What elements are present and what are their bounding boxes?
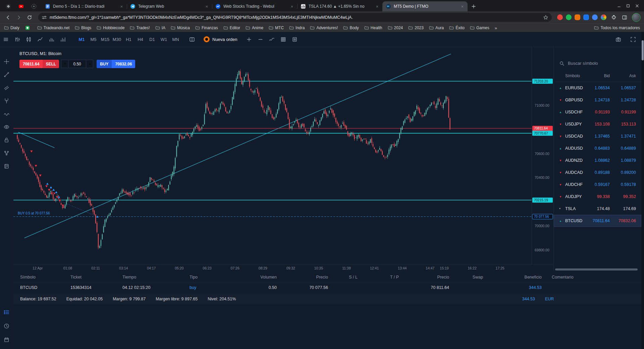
market-watch-row-BTCUSD[interactable]: ▲ BTCUSD 70811.64 70832.06 <box>554 215 641 227</box>
tick-volume-button[interactable] <box>57 34 68 44</box>
history-icon[interactable] <box>2 321 11 331</box>
timeframe-M5[interactable]: M5 <box>88 35 99 44</box>
zoom-in-button[interactable] <box>243 34 255 44</box>
colors-ext-icon[interactable] <box>601 14 606 20</box>
bookmark-item[interactable]: Editor <box>223 26 240 30</box>
window-layout-button[interactable] <box>186 34 198 44</box>
reload-icon[interactable] <box>25 13 34 22</box>
menu-button[interactable] <box>0 34 11 44</box>
timeframe-M30[interactable]: M30 <box>111 35 123 44</box>
sell-price[interactable]: 70811.64 <box>19 60 43 68</box>
tab-close-icon[interactable] <box>374 4 380 9</box>
pinned-tab[interactable] <box>3 2 14 11</box>
market-watch-row-AUDUSD[interactable]: ▲ AUDUSD 0.64883 0.64889 <box>554 142 641 154</box>
timeframe-D1[interactable]: D1 <box>146 35 158 44</box>
grid-button[interactable] <box>277 34 289 44</box>
green-ext-icon[interactable] <box>566 14 572 20</box>
position-row[interactable]: BTCUSD15363431404.12 02:15:20buy0.5070 0… <box>13 283 641 293</box>
price-chart[interactable]: BUY 0.5 at 70 077.5671000.0070600.007040… <box>13 47 553 272</box>
eye-icon[interactable] <box>2 122 11 132</box>
bookmark-item[interactable]: Éxito <box>449 26 465 30</box>
tab-close-icon[interactable] <box>204 4 209 9</box>
screenshot-button[interactable] <box>612 34 624 44</box>
timeframe-W1[interactable]: W1 <box>158 35 170 44</box>
market-watch-row-AUDNZD[interactable]: ▼ AUDNZD 1.08862 1.08879 <box>554 154 641 166</box>
browser-tab[interactable]: Web Stocks Trading - Webul <box>212 1 297 11</box>
depth-button[interactable] <box>289 34 300 44</box>
channel-icon[interactable] <box>2 83 11 92</box>
new-tab-button[interactable] <box>469 2 478 11</box>
indicators-button[interactable] <box>266 34 277 44</box>
tab-close-icon[interactable] <box>119 4 124 9</box>
crosshair-icon[interactable] <box>2 57 11 66</box>
market-watch-row-USDCHF[interactable]: ▲ USDCHF 0.91193 0.91199 <box>554 106 641 118</box>
trendline-icon[interactable] <box>2 70 11 79</box>
maximize-icon[interactable] <box>626 4 630 8</box>
horizontal-scrollbar[interactable] <box>555 268 638 270</box>
market-watch-row-AUDCAD[interactable]: ▼ AUDCAD 0.89188 0.89200 <box>554 166 641 179</box>
elliott-waves-icon[interactable] <box>2 109 11 118</box>
market-watch-row-GBPUSD[interactable]: ▼ GBPUSD 1.24718 1.24728 <box>554 94 641 106</box>
timeframe-M1[interactable]: M1 <box>76 35 88 44</box>
volume-decrease-button[interactable] <box>61 60 68 68</box>
bookmark-item[interactable]: Adventures! <box>310 26 338 30</box>
tab-close-icon[interactable] <box>460 4 465 9</box>
line-chart-button[interactable] <box>34 34 46 44</box>
bookmark-item[interactable]: Finanzas <box>195 26 218 30</box>
object-group-icon[interactable] <box>2 149 11 158</box>
bookmark-item[interactable] <box>25 25 32 31</box>
bookmark-item[interactable]: Blogs <box>75 26 91 30</box>
symbol-search[interactable] <box>554 47 641 66</box>
timeframe-H4[interactable]: H4 <box>135 35 146 44</box>
bookmark-item[interactable]: MTC <box>269 26 284 30</box>
market-watch-row-AUDCHF[interactable]: ▼ AUDCHF 0.59167 0.59178 <box>554 179 641 191</box>
bookmark-item[interactable]: IA <box>155 26 165 30</box>
close-icon[interactable] <box>635 4 639 8</box>
side-panel-icon[interactable] <box>620 13 629 22</box>
browser-tab[interactable]: MT5 Demo | FTMO <box>382 1 468 11</box>
paw-ext-icon[interactable] <box>592 14 598 20</box>
browser-tab[interactable]: TSLA 174.60 ▲ +1.65% Sin no <box>297 1 382 11</box>
browser-tab[interactable]: Telegram Web <box>127 1 212 11</box>
bookmark-item[interactable]: 2024 <box>388 26 403 30</box>
browser-tab[interactable]: Demo 5 - Día 1 :: Diario-tradi <box>42 1 127 11</box>
bookmark-item[interactable]: Hobbiecode <box>97 26 124 30</box>
minimize-icon[interactable] <box>617 4 621 8</box>
orange-ext-icon[interactable] <box>575 14 580 20</box>
zoom-out-button[interactable] <box>255 34 266 44</box>
bookmark-item[interactable]: Trades! <box>130 26 150 30</box>
timeframe-M15[interactable]: M15 <box>99 35 111 44</box>
shield-ext-icon[interactable] <box>557 14 563 20</box>
symbol-search-input[interactable] <box>567 60 626 66</box>
bookmark-item[interactable]: 2023 <box>408 26 424 30</box>
calendar-icon[interactable] <box>2 335 11 344</box>
volume-increase-button[interactable] <box>86 60 93 68</box>
bookmark-item[interactable]: Body <box>343 26 359 30</box>
sell-button[interactable]: SELL <box>43 60 59 68</box>
profile-avatar[interactable] <box>632 13 641 22</box>
scrollbar-thumb[interactable] <box>642 40 644 60</box>
market-watch-row-USDCAD[interactable]: ▼ USDCAD 1.37465 1.37471 <box>554 130 641 142</box>
market-watch-row-USDJPY[interactable]: ▼ USDJPY 153.108 153.113 <box>554 118 641 130</box>
site-settings-icon[interactable] <box>42 15 47 20</box>
trade-list-icon[interactable] <box>2 308 11 317</box>
bookmarks-overflow-button[interactable]: » <box>495 26 497 31</box>
all-bookmarks-button[interactable]: Todos los marcadores <box>594 26 640 30</box>
back-icon[interactable] <box>3 13 13 22</box>
market-watch-row-AUDJPY[interactable]: ▼ AUDJPY 99.338 99.352 <box>554 191 641 203</box>
timeframe-H1[interactable]: H1 <box>123 35 135 44</box>
bookmark-item[interactable]: Anime <box>246 26 263 30</box>
bookmark-item[interactable]: Música <box>171 26 190 30</box>
url-bar[interactable]: mt5demo.ftmo.com/?_gl=1*1samwbh*_ga*MTY3… <box>38 13 552 22</box>
journal-icon[interactable] <box>2 162 11 171</box>
volume-button[interactable] <box>46 34 57 44</box>
forward-icon[interactable] <box>14 13 23 22</box>
blue-ext-icon[interactable] <box>583 14 589 20</box>
pitchfork-icon[interactable] <box>2 96 11 105</box>
bookmark-item[interactable]: Games <box>470 26 489 30</box>
fullscreen-button[interactable] <box>627 34 639 44</box>
bookmark-item[interactable]: Health <box>364 26 382 30</box>
pinned-tab[interactable] <box>28 2 40 11</box>
chart-region[interactable]: BUY 0.5 at 70 077.5671000.0070600.007040… <box>13 47 553 272</box>
puzzle-icon[interactable] <box>609 13 619 22</box>
